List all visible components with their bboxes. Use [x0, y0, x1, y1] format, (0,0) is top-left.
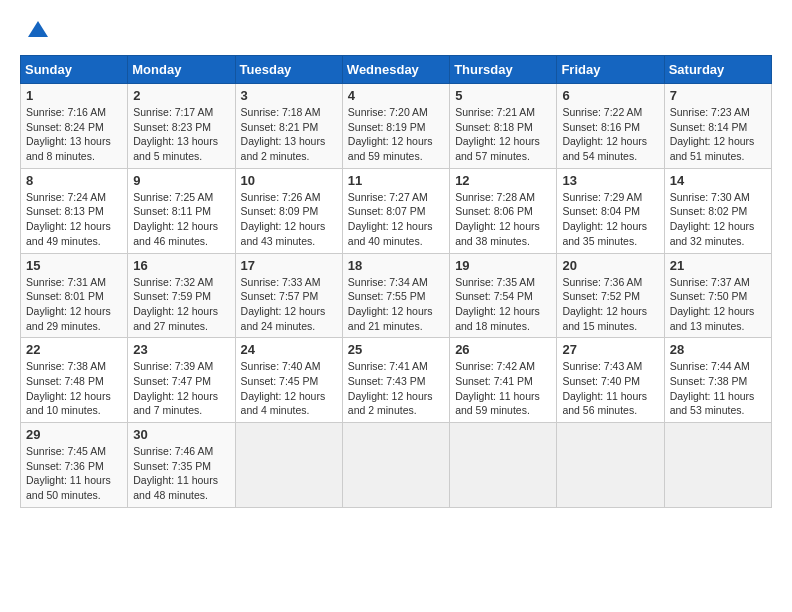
logo-icon — [24, 17, 52, 45]
day-number: 8 — [26, 173, 122, 188]
calendar-cell: 26 Sunrise: 7:42 AM Sunset: 7:41 PM Dayl… — [450, 338, 557, 423]
calendar-cell: 24 Sunrise: 7:40 AM Sunset: 7:45 PM Dayl… — [235, 338, 342, 423]
day-info: Sunrise: 7:20 AM Sunset: 8:19 PM Dayligh… — [348, 105, 444, 164]
day-number: 22 — [26, 342, 122, 357]
calendar-cell: 27 Sunrise: 7:43 AM Sunset: 7:40 PM Dayl… — [557, 338, 664, 423]
calendar-cell: 21 Sunrise: 7:37 AM Sunset: 7:50 PM Dayl… — [664, 253, 771, 338]
calendar-cell: 7 Sunrise: 7:23 AM Sunset: 8:14 PM Dayli… — [664, 84, 771, 169]
day-number: 3 — [241, 88, 337, 103]
week-row-4: 22 Sunrise: 7:38 AM Sunset: 7:48 PM Dayl… — [21, 338, 772, 423]
day-info: Sunrise: 7:42 AM Sunset: 7:41 PM Dayligh… — [455, 359, 551, 418]
calendar-cell: 4 Sunrise: 7:20 AM Sunset: 8:19 PM Dayli… — [342, 84, 449, 169]
calendar-cell: 8 Sunrise: 7:24 AM Sunset: 8:13 PM Dayli… — [21, 168, 128, 253]
day-info: Sunrise: 7:30 AM Sunset: 8:02 PM Dayligh… — [670, 190, 766, 249]
day-number: 16 — [133, 258, 229, 273]
col-header-thursday: Thursday — [450, 56, 557, 84]
day-number: 14 — [670, 173, 766, 188]
calendar-cell: 12 Sunrise: 7:28 AM Sunset: 8:06 PM Dayl… — [450, 168, 557, 253]
calendar-cell — [342, 423, 449, 508]
day-number: 26 — [455, 342, 551, 357]
day-info: Sunrise: 7:35 AM Sunset: 7:54 PM Dayligh… — [455, 275, 551, 334]
day-info: Sunrise: 7:24 AM Sunset: 8:13 PM Dayligh… — [26, 190, 122, 249]
col-header-monday: Monday — [128, 56, 235, 84]
day-number: 12 — [455, 173, 551, 188]
day-number: 28 — [670, 342, 766, 357]
col-header-tuesday: Tuesday — [235, 56, 342, 84]
day-info: Sunrise: 7:43 AM Sunset: 7:40 PM Dayligh… — [562, 359, 658, 418]
calendar-cell: 3 Sunrise: 7:18 AM Sunset: 8:21 PM Dayli… — [235, 84, 342, 169]
calendar-cell — [557, 423, 664, 508]
svg-marker-0 — [28, 21, 48, 37]
calendar-cell: 17 Sunrise: 7:33 AM Sunset: 7:57 PM Dayl… — [235, 253, 342, 338]
day-info: Sunrise: 7:33 AM Sunset: 7:57 PM Dayligh… — [241, 275, 337, 334]
day-number: 30 — [133, 427, 229, 442]
day-info: Sunrise: 7:45 AM Sunset: 7:36 PM Dayligh… — [26, 444, 122, 503]
week-row-1: 1 Sunrise: 7:16 AM Sunset: 8:24 PM Dayli… — [21, 84, 772, 169]
day-number: 27 — [562, 342, 658, 357]
calendar-table: SundayMondayTuesdayWednesdayThursdayFrid… — [20, 55, 772, 508]
calendar-cell: 28 Sunrise: 7:44 AM Sunset: 7:38 PM Dayl… — [664, 338, 771, 423]
col-header-friday: Friday — [557, 56, 664, 84]
header — [20, 20, 772, 45]
day-info: Sunrise: 7:32 AM Sunset: 7:59 PM Dayligh… — [133, 275, 229, 334]
day-info: Sunrise: 7:27 AM Sunset: 8:07 PM Dayligh… — [348, 190, 444, 249]
calendar-cell: 11 Sunrise: 7:27 AM Sunset: 8:07 PM Dayl… — [342, 168, 449, 253]
day-info: Sunrise: 7:16 AM Sunset: 8:24 PM Dayligh… — [26, 105, 122, 164]
calendar-cell: 15 Sunrise: 7:31 AM Sunset: 8:01 PM Dayl… — [21, 253, 128, 338]
day-info: Sunrise: 7:17 AM Sunset: 8:23 PM Dayligh… — [133, 105, 229, 164]
day-info: Sunrise: 7:34 AM Sunset: 7:55 PM Dayligh… — [348, 275, 444, 334]
calendar-cell: 13 Sunrise: 7:29 AM Sunset: 8:04 PM Dayl… — [557, 168, 664, 253]
calendar-cell: 1 Sunrise: 7:16 AM Sunset: 8:24 PM Dayli… — [21, 84, 128, 169]
day-info: Sunrise: 7:40 AM Sunset: 7:45 PM Dayligh… — [241, 359, 337, 418]
day-number: 5 — [455, 88, 551, 103]
col-header-sunday: Sunday — [21, 56, 128, 84]
day-info: Sunrise: 7:44 AM Sunset: 7:38 PM Dayligh… — [670, 359, 766, 418]
day-info: Sunrise: 7:21 AM Sunset: 8:18 PM Dayligh… — [455, 105, 551, 164]
day-number: 13 — [562, 173, 658, 188]
calendar-cell: 30 Sunrise: 7:46 AM Sunset: 7:35 PM Dayl… — [128, 423, 235, 508]
calendar-cell — [450, 423, 557, 508]
day-info: Sunrise: 7:36 AM Sunset: 7:52 PM Dayligh… — [562, 275, 658, 334]
day-number: 24 — [241, 342, 337, 357]
calendar-cell: 23 Sunrise: 7:39 AM Sunset: 7:47 PM Dayl… — [128, 338, 235, 423]
day-info: Sunrise: 7:37 AM Sunset: 7:50 PM Dayligh… — [670, 275, 766, 334]
col-header-wednesday: Wednesday — [342, 56, 449, 84]
day-number: 1 — [26, 88, 122, 103]
day-number: 21 — [670, 258, 766, 273]
day-number: 7 — [670, 88, 766, 103]
day-number: 25 — [348, 342, 444, 357]
day-number: 6 — [562, 88, 658, 103]
week-row-3: 15 Sunrise: 7:31 AM Sunset: 8:01 PM Dayl… — [21, 253, 772, 338]
week-row-5: 29 Sunrise: 7:45 AM Sunset: 7:36 PM Dayl… — [21, 423, 772, 508]
day-info: Sunrise: 7:28 AM Sunset: 8:06 PM Dayligh… — [455, 190, 551, 249]
day-info: Sunrise: 7:31 AM Sunset: 8:01 PM Dayligh… — [26, 275, 122, 334]
day-number: 11 — [348, 173, 444, 188]
col-header-saturday: Saturday — [664, 56, 771, 84]
day-info: Sunrise: 7:18 AM Sunset: 8:21 PM Dayligh… — [241, 105, 337, 164]
calendar-cell: 10 Sunrise: 7:26 AM Sunset: 8:09 PM Dayl… — [235, 168, 342, 253]
day-info: Sunrise: 7:41 AM Sunset: 7:43 PM Dayligh… — [348, 359, 444, 418]
calendar-cell — [664, 423, 771, 508]
day-number: 19 — [455, 258, 551, 273]
day-info: Sunrise: 7:46 AM Sunset: 7:35 PM Dayligh… — [133, 444, 229, 503]
day-number: 9 — [133, 173, 229, 188]
day-number: 23 — [133, 342, 229, 357]
calendar-cell: 14 Sunrise: 7:30 AM Sunset: 8:02 PM Dayl… — [664, 168, 771, 253]
day-info: Sunrise: 7:25 AM Sunset: 8:11 PM Dayligh… — [133, 190, 229, 249]
calendar-cell: 16 Sunrise: 7:32 AM Sunset: 7:59 PM Dayl… — [128, 253, 235, 338]
day-number: 29 — [26, 427, 122, 442]
day-number: 17 — [241, 258, 337, 273]
calendar-cell — [235, 423, 342, 508]
day-number: 18 — [348, 258, 444, 273]
day-info: Sunrise: 7:38 AM Sunset: 7:48 PM Dayligh… — [26, 359, 122, 418]
day-number: 4 — [348, 88, 444, 103]
calendar-cell: 22 Sunrise: 7:38 AM Sunset: 7:48 PM Dayl… — [21, 338, 128, 423]
calendar-cell: 9 Sunrise: 7:25 AM Sunset: 8:11 PM Dayli… — [128, 168, 235, 253]
calendar-cell: 29 Sunrise: 7:45 AM Sunset: 7:36 PM Dayl… — [21, 423, 128, 508]
day-info: Sunrise: 7:26 AM Sunset: 8:09 PM Dayligh… — [241, 190, 337, 249]
day-info: Sunrise: 7:23 AM Sunset: 8:14 PM Dayligh… — [670, 105, 766, 164]
day-number: 2 — [133, 88, 229, 103]
calendar-cell: 19 Sunrise: 7:35 AM Sunset: 7:54 PM Dayl… — [450, 253, 557, 338]
calendar-cell: 6 Sunrise: 7:22 AM Sunset: 8:16 PM Dayli… — [557, 84, 664, 169]
calendar-cell: 5 Sunrise: 7:21 AM Sunset: 8:18 PM Dayli… — [450, 84, 557, 169]
